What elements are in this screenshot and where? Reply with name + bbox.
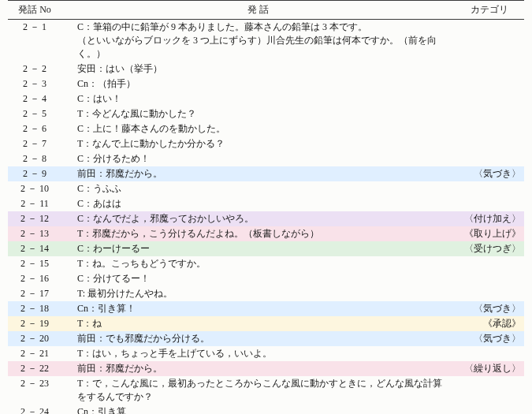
cell-category: [455, 346, 524, 361]
cell-utterance: T: 最初分けたんやね。: [61, 286, 455, 301]
cell-no: 2 － 12: [8, 211, 61, 226]
cell-utterance: T：なんで上に動かしたか分かる？: [61, 136, 455, 151]
cell-utterance: C：はい！: [61, 91, 455, 106]
table-row: 2 － 19T：ね《承認》: [8, 316, 524, 331]
table-row: 2 － 6C：上に！藤本さんのを動かした。: [8, 121, 524, 136]
cell-utterance: C：分けるため！: [61, 151, 455, 166]
table-row: 2 － 15T：ね。こっちもどうですか。: [8, 256, 524, 271]
table-row: 2 － 20前田：でも邪魔だから分ける。〈気づき〉: [8, 331, 524, 346]
cell-utterance: C：あはは: [61, 196, 455, 211]
table-row: 2 － 2安田：はい（挙手）: [8, 62, 524, 76]
cell-category: 〈気づき〉: [455, 331, 524, 346]
cell-no: 2 － 22: [8, 361, 61, 376]
table-row: 2 － 12C：なんでだよ，邪魔っておかしいやろ。〈付け加え〉: [8, 211, 524, 226]
cell-utterance: C：うふふ: [61, 181, 455, 196]
cell-category: [455, 376, 524, 405]
cell-utterance: Cn：（拍手）: [61, 76, 455, 91]
cell-no: 2 － 7: [8, 136, 61, 151]
table-row: 2 － 21T：はい，ちょっと手を上げている，いいよ。: [8, 346, 524, 361]
cell-no: 2 － 18: [8, 301, 61, 316]
table-row: 2 － 10C：うふふ: [8, 181, 524, 196]
cell-utterance: C：なんでだよ，邪魔っておかしいやろ。: [61, 211, 455, 226]
header-row: 発話 No 発 話 カテゴリ: [8, 1, 524, 20]
cell-no: 2 － 14: [8, 241, 61, 256]
cell-utterance: T：邪魔だから，こう分けるんだよね。（板書しながら）: [61, 226, 455, 241]
table-row: 2 － 4C：はい！: [8, 91, 524, 106]
cell-category: [455, 62, 524, 76]
table-body: 2 － 1C：筆箱の中に鉛筆が 9 本ありました。藤本さんの鉛筆は 3 本です。…: [8, 20, 524, 415]
cell-utterance: T：ね。こっちもどうですか。: [61, 256, 455, 271]
table-row: 2 － 23T：で，こんな風に，最初あったところからこんな風に動かすときに，どん…: [8, 376, 524, 405]
cell-no: 2 － 20: [8, 331, 61, 346]
cell-category: [455, 91, 524, 106]
cell-category: [455, 76, 524, 91]
cell-category: [455, 106, 524, 121]
cell-category: [455, 151, 524, 166]
table-row: 2 － 13T：邪魔だから，こう分けるんだよね。（板書しながら）《取り上げ》: [8, 226, 524, 241]
table-row: 2 － 3Cn：（拍手）: [8, 76, 524, 91]
cell-no: 2 － 1: [8, 20, 61, 62]
table-row: 2 － 24Cn：引き算: [8, 405, 524, 414]
table-row: 2 － 1C：筆箱の中に鉛筆が 9 本ありました。藤本さんの鉛筆は 3 本です。…: [8, 20, 524, 62]
cell-no: 2 － 17: [8, 286, 61, 301]
table-row: 2 － 14C：わーけーるー〈受けつぎ〉: [8, 241, 524, 256]
cell-utterance: T：で，こんな風に，最初あったところからこんな風に動かすときに，どんな風な計算を…: [61, 376, 455, 405]
table-row: 2 － 11C：あはは: [8, 196, 524, 211]
col-cat: カテゴリ: [455, 1, 524, 20]
cell-no: 2 － 10: [8, 181, 61, 196]
cell-utterance: Cn：引き算！: [61, 301, 455, 316]
cell-category: [455, 256, 524, 271]
cell-utterance: T：はい，ちょっと手を上げている，いいよ。: [61, 346, 455, 361]
table-row: 2 － 17T: 最初分けたんやね。: [8, 286, 524, 301]
table-row: 2 － 8C：分けるため！: [8, 151, 524, 166]
cell-category: [455, 196, 524, 211]
cell-no: 2 － 15: [8, 256, 61, 271]
cell-no: 2 － 13: [8, 226, 61, 241]
cell-no: 2 － 2: [8, 62, 61, 76]
cell-utterance: C：上に！藤本さんのを動かした。: [61, 121, 455, 136]
table-row: 2 － 7T：なんで上に動かしたか分かる？: [8, 136, 524, 151]
cell-utterance: T：今どんな風に動かした？: [61, 106, 455, 121]
cell-category: 〈受けつぎ〉: [455, 241, 524, 256]
cell-category: 〈気づき〉: [455, 166, 524, 181]
cell-no: 2 － 4: [8, 91, 61, 106]
cell-utterance: 前田：邪魔だから。: [61, 361, 455, 376]
cell-category: 《取り上げ》: [455, 226, 524, 241]
cell-category: [455, 405, 524, 414]
cell-category: 〈繰り返し〉: [455, 361, 524, 376]
cell-category: [455, 121, 524, 136]
col-utt: 発 話: [61, 1, 455, 20]
cell-utterance: 安田：はい（挙手）: [61, 62, 455, 76]
cell-utterance: 前田：でも邪魔だから分ける。: [61, 331, 455, 346]
cell-category: 《承認》: [455, 316, 524, 331]
cell-no: 2 － 6: [8, 121, 61, 136]
cell-utterance: C：わーけーるー: [61, 241, 455, 256]
cell-no: 2 － 21: [8, 346, 61, 361]
cell-no: 2 － 9: [8, 166, 61, 181]
utterance-table: 発話 No 発 話 カテゴリ 2 － 1C：筆箱の中に鉛筆が 9 本ありました。…: [8, 0, 524, 414]
cell-utterance: T：ね: [61, 316, 455, 331]
table-row: 2 － 5T：今どんな風に動かした？: [8, 106, 524, 121]
cell-no: 2 － 16: [8, 271, 61, 286]
cell-no: 2 － 11: [8, 196, 61, 211]
table-row: 2 － 9前田：邪魔だから。〈気づき〉: [8, 166, 524, 181]
document-page: 発話 No 発 話 カテゴリ 2 － 1C：筆箱の中に鉛筆が 9 本ありました。…: [0, 0, 532, 414]
cell-category: [455, 20, 524, 62]
cell-category: [455, 286, 524, 301]
cell-category: [455, 136, 524, 151]
col-no: 発話 No: [8, 1, 61, 20]
cell-no: 2 － 5: [8, 106, 61, 121]
cell-category: 〈付け加え〉: [455, 211, 524, 226]
cell-utterance: 前田：邪魔だから。: [61, 166, 455, 181]
cell-no: 2 － 19: [8, 316, 61, 331]
table-row: 2 － 16C：分けてるー！: [8, 271, 524, 286]
cell-category: [455, 181, 524, 196]
cell-category: 〈気づき〉: [455, 301, 524, 316]
table-row: 2 － 22前田：邪魔だから。〈繰り返し〉: [8, 361, 524, 376]
cell-no: 2 － 24: [8, 405, 61, 414]
cell-utterance: Cn：引き算: [61, 405, 455, 414]
cell-no: 2 － 3: [8, 76, 61, 91]
cell-no: 2 － 23: [8, 376, 61, 405]
table-row: 2 － 18Cn：引き算！〈気づき〉: [8, 301, 524, 316]
cell-utterance: C：分けてるー！: [61, 271, 455, 286]
